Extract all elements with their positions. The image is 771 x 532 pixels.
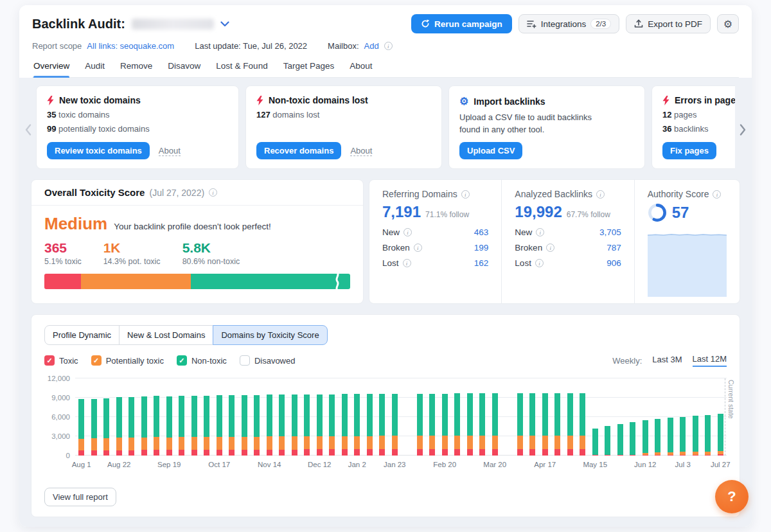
non-toxic-checkbox[interactable]	[177, 355, 187, 366]
stacked-bar[interactable]	[655, 419, 660, 456]
stacked-bar[interactable]	[642, 420, 648, 456]
row-value[interactable]: 162	[474, 258, 489, 268]
about-link[interactable]: About	[350, 146, 372, 156]
stacked-bar[interactable]	[680, 417, 686, 456]
upload-csv-button[interactable]: Upload CSV	[459, 142, 522, 159]
stacked-bar[interactable]	[554, 393, 560, 456]
analyzed-info-icon[interactable]	[596, 190, 605, 199]
stacked-bar[interactable]	[354, 394, 360, 456]
stacked-bar[interactable]	[242, 395, 247, 456]
chevron-down-icon[interactable]	[220, 21, 229, 27]
info-icon[interactable]	[403, 259, 411, 267]
stacked-bar[interactable]	[141, 396, 147, 456]
stacked-bar[interactable]	[517, 393, 523, 456]
stacked-bar[interactable]	[693, 416, 698, 456]
stacked-bar[interactable]	[329, 395, 335, 456]
toxicity-info-icon[interactable]	[209, 188, 217, 197]
range-last-3m[interactable]: Last 3M	[652, 355, 682, 366]
tab-audit[interactable]: Audit	[85, 61, 105, 77]
tab-remove[interactable]: Remove	[120, 61, 152, 77]
stacked-bar[interactable]	[617, 424, 623, 456]
mailbox-info-icon[interactable]	[384, 42, 393, 50]
stacked-bar[interactable]	[705, 415, 711, 456]
stacked-bar[interactable]	[179, 396, 184, 456]
stacked-bar[interactable]	[267, 395, 272, 456]
row-value[interactable]: 906	[607, 258, 621, 268]
stacked-bar[interactable]	[605, 426, 610, 456]
tab-lost-found[interactable]: Lost & Found	[216, 61, 267, 77]
carousel-next-button[interactable]	[738, 121, 748, 138]
stacked-bar[interactable]	[78, 399, 84, 456]
tab-about[interactable]: About	[350, 61, 372, 77]
info-icon[interactable]	[546, 244, 554, 252]
info-icon[interactable]	[414, 244, 422, 252]
view-full-report-button[interactable]: View full report	[44, 488, 116, 506]
stacked-bar[interactable]	[292, 395, 297, 456]
info-icon[interactable]	[403, 228, 412, 236]
tab-domains-by-toxicity[interactable]: Domains by Toxicity Score	[213, 325, 327, 345]
stacked-bar[interactable]	[154, 396, 159, 456]
stacked-bar[interactable]	[467, 393, 473, 456]
recover-domains-button[interactable]: Recover domains	[256, 142, 341, 159]
stacked-bar[interactable]	[479, 393, 485, 456]
analyzed-backlinks-value[interactable]: 19,992	[515, 203, 562, 221]
legend-toxic[interactable]: Toxic	[44, 355, 78, 366]
stacked-bar[interactable]	[166, 396, 172, 456]
stacked-bar[interactable]	[191, 396, 197, 456]
row-value[interactable]: 199	[474, 243, 489, 253]
tab-overview[interactable]: Overview	[33, 61, 69, 77]
settings-button[interactable]	[717, 14, 739, 33]
stacked-bar[interactable]	[630, 422, 635, 456]
stacked-bar[interactable]	[116, 397, 122, 456]
rerun-campaign-button[interactable]: Rerun campaign	[411, 14, 512, 33]
referring-info-icon[interactable]	[461, 190, 470, 199]
stacked-bar[interactable]	[718, 414, 723, 456]
fix-pages-button[interactable]: Fix pages	[662, 142, 716, 159]
row-value[interactable]: 787	[607, 243, 621, 253]
stacked-bar[interactable]	[367, 394, 373, 456]
legend-disavowed[interactable]: Disavowed	[240, 355, 296, 366]
tab-target-pages[interactable]: Target Pages	[283, 61, 335, 77]
tab-new-lost-domains[interactable]: New & Lost Domains	[119, 325, 213, 345]
stacked-bar[interactable]	[103, 398, 109, 456]
tab-disavow[interactable]: Disavow	[168, 61, 200, 77]
stacked-bar[interactable]	[454, 393, 460, 456]
authority-info-icon[interactable]	[713, 190, 721, 199]
stacked-bar[interactable]	[580, 393, 585, 456]
stacked-bar[interactable]	[492, 393, 498, 456]
report-scope-link[interactable]: All links: seoquake.com	[87, 41, 174, 51]
stacked-bar[interactable]	[204, 396, 209, 456]
referring-domains-value[interactable]: 7,191	[382, 203, 421, 221]
stacked-bar[interactable]	[229, 395, 235, 456]
row-value[interactable]: 463	[474, 227, 489, 237]
review-toxic-domains-button[interactable]: Review toxic domains	[47, 142, 150, 159]
stacked-bar[interactable]	[91, 399, 97, 456]
stacked-bar[interactable]	[304, 395, 310, 456]
stacked-bar[interactable]	[392, 394, 398, 456]
stacked-bar[interactable]	[342, 394, 348, 456]
stacked-bar[interactable]	[442, 394, 448, 456]
tab-profile-dynamic[interactable]: Profile Dynamic	[44, 325, 120, 345]
toxic-checkbox[interactable]	[44, 355, 55, 366]
stacked-bar[interactable]	[417, 394, 423, 456]
legend-non-toxic[interactable]: Non-toxic	[177, 355, 227, 366]
stacked-bar[interactable]	[379, 394, 385, 456]
info-icon[interactable]	[535, 259, 544, 267]
stacked-bar[interactable]	[317, 395, 323, 456]
stacked-bar[interactable]	[529, 393, 535, 456]
potentially-toxic-checkbox[interactable]	[91, 355, 102, 366]
stacked-bar[interactable]	[668, 418, 673, 456]
carousel-prev-button[interactable]	[23, 121, 33, 138]
stacked-bar[interactable]	[567, 393, 573, 456]
export-pdf-button[interactable]: Export to PDF	[626, 14, 711, 33]
help-button[interactable]: ?	[715, 480, 749, 513]
stacked-bar[interactable]	[592, 429, 598, 456]
info-icon[interactable]	[536, 228, 544, 236]
legend-potentially-toxic[interactable]: Potentially toxic	[91, 355, 164, 366]
about-link[interactable]: About	[159, 146, 181, 156]
stacked-bar[interactable]	[254, 395, 260, 456]
stacked-bar[interactable]	[279, 395, 285, 456]
integrations-button[interactable]: Integrations 2/3	[518, 14, 620, 33]
row-value[interactable]: 3,705	[599, 227, 621, 237]
range-last-12m[interactable]: Last 12M	[693, 354, 727, 367]
